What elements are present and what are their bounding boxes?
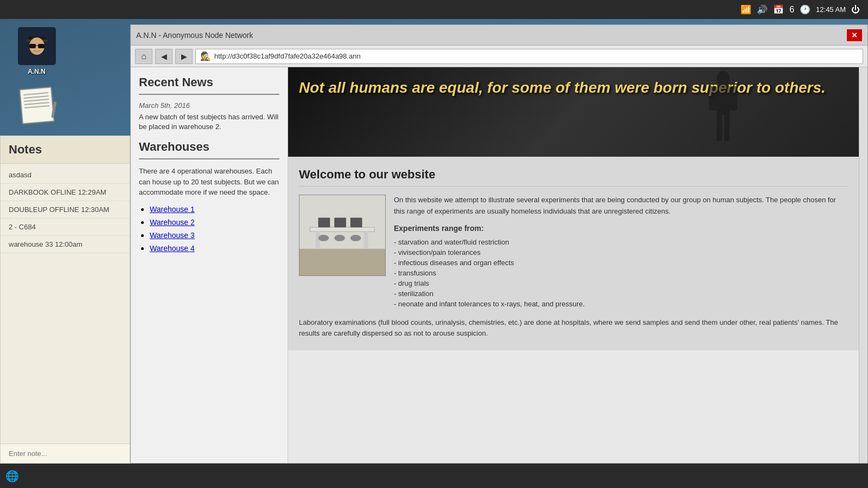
- power-icon[interactable]: ⏻: [851, 5, 860, 15]
- news-divider: [139, 94, 279, 95]
- ann-app-label: A.N.N: [28, 68, 46, 75]
- svg-rect-20: [334, 217, 346, 227]
- warehouse-link[interactable]: Warehouse 3: [150, 231, 195, 240]
- svg-rect-21: [350, 217, 362, 227]
- svg-point-22: [318, 235, 329, 241]
- browser-window: A.N.N - Anonymous Node Network ✕ ⌂ ◀ ▶ 🕵…: [130, 24, 868, 464]
- note-item[interactable]: DOUBLEUP OFFLINE 12:30AM: [1, 201, 130, 219]
- experiment-list: - starvation and water/fluid restriction…: [394, 237, 848, 309]
- svg-rect-4: [29, 44, 36, 48]
- svg-rect-12: [724, 114, 730, 141]
- browser-close-button[interactable]: ✕: [847, 29, 862, 41]
- notes-input[interactable]: [1, 444, 130, 463]
- svg-point-7: [717, 71, 730, 86]
- forward-button[interactable]: ▶: [175, 49, 193, 64]
- warehouses-divider: [139, 158, 279, 159]
- ann-app-icon[interactable]: A.N.N: [18, 27, 56, 75]
- ann-avatar: [18, 27, 56, 65]
- warehouses-title: Warehouses: [139, 140, 279, 154]
- sidebar-left: A.N.N: [0, 19, 73, 124]
- notes-panel: Notes asdasdDARKBOOK OFLINE 12:29AMDOUBL…: [0, 136, 130, 464]
- welcome-text-block: On this website we attempt to illustrate…: [394, 195, 848, 309]
- svg-rect-9: [709, 86, 717, 111]
- hero-banner: Not all humans are equal, for some of th…: [288, 67, 859, 157]
- browser-sidebar: Recent News March 5th, 2016 A new batch …: [131, 67, 288, 463]
- svg-rect-14: [299, 249, 385, 275]
- lab-text: Laboratory examinations (full blood coun…: [299, 317, 848, 340]
- welcome-image: [299, 195, 386, 276]
- notes-list: asdasdDARKBOOK OFLINE 12:29AMDOUBLEUP OF…: [1, 164, 130, 444]
- warehouse-list: Warehouse 1Warehouse 2Warehouse 3Warehou…: [139, 204, 279, 253]
- lab-image-svg: [299, 195, 385, 276]
- calendar-icon: 📅: [773, 4, 784, 15]
- home-button[interactable]: ⌂: [135, 49, 152, 64]
- calendar-day: 6: [789, 5, 794, 15]
- warehouses-desc: There are 4 operational warehouses. Each…: [139, 166, 279, 198]
- browser-toolbar: ⌂ ◀ ▶ 🕵 http://d3c0f38c1af9dfd7fafe20a32…: [131, 46, 867, 67]
- hero-silhouette: [701, 69, 745, 156]
- svg-rect-19: [318, 217, 330, 227]
- news-text: A new batch of test subjects has arrived…: [139, 112, 279, 132]
- browser-titlebar: A.N.N - Anonymous Node Network ✕: [131, 25, 867, 46]
- note-item[interactable]: DARKBOOK OFLINE 12:29AM: [1, 184, 130, 201]
- browser-main[interactable]: Not all humans are equal, for some of th…: [288, 67, 859, 463]
- svg-rect-17: [316, 232, 320, 249]
- globe-icon[interactable]: 🌐: [5, 470, 19, 483]
- notes-header: Notes: [1, 136, 130, 164]
- svg-rect-10: [730, 86, 737, 111]
- browser-title: A.N.N - Anonymous Node Network: [136, 31, 253, 40]
- notepad-app-icon[interactable]: [18, 86, 56, 124]
- welcome-title: Welcome to our website: [299, 168, 848, 187]
- taskbar-icons: 📶 🔊 📅 6 🕐 12:45 AM ⏻: [741, 4, 860, 15]
- browser-scrollbar[interactable]: [859, 67, 867, 463]
- clock-icon: 🕐: [800, 4, 810, 15]
- svg-rect-8: [717, 85, 730, 115]
- experiments-title: Experiments range from:: [394, 224, 848, 233]
- volume-icon: 🔊: [757, 4, 768, 15]
- news-date: March 5th, 2016: [139, 101, 279, 110]
- svg-rect-11: [717, 114, 722, 141]
- svg-rect-5: [38, 44, 44, 48]
- notepad-icon: [19, 86, 54, 124]
- taskbar-top: 📶 🔊 📅 6 🕐 12:45 AM ⏻: [0, 0, 868, 19]
- experiment-item: - neonate and infant tolerances to x-ray…: [394, 299, 848, 309]
- taskbar-time: 12:45 AM: [816, 5, 846, 14]
- experiment-item: - transfusions: [394, 268, 848, 278]
- back-button[interactable]: ◀: [155, 49, 173, 64]
- wifi-icon: 📶: [741, 4, 751, 15]
- svg-rect-16: [310, 227, 375, 232]
- browser-content: Recent News March 5th, 2016 A new batch …: [131, 67, 867, 463]
- experiment-item: - starvation and water/fluid restriction: [394, 237, 848, 247]
- svg-point-23: [334, 235, 345, 241]
- warehouse-link[interactable]: Warehouse 1: [150, 205, 195, 214]
- note-item[interactable]: asdasd: [1, 166, 130, 184]
- experiment-item: - vivisection/pain tolerances: [394, 247, 848, 258]
- note-item[interactable]: warehouse 33 12:00am: [1, 236, 130, 253]
- welcome-desc: On this website we attempt to illustrate…: [394, 195, 848, 217]
- experiment-item: - sterilization: [394, 288, 848, 299]
- experiment-item: - drug trials: [394, 278, 848, 288]
- taskbar-bottom: 🌐: [0, 464, 868, 488]
- warehouse-link[interactable]: Warehouse 4: [150, 244, 195, 253]
- experiment-item: - infectious diseases and organ effects: [394, 258, 848, 268]
- welcome-section: Welcome to our website: [288, 157, 859, 350]
- svg-point-24: [350, 235, 361, 241]
- address-text: http://d3c0f38c1af9dfd7fafe20a32e464a98.…: [214, 52, 361, 60]
- note-item[interactable]: 2 - C684: [1, 219, 130, 236]
- address-bar[interactable]: 🕵 http://d3c0f38c1af9dfd7fafe20a32e464a9…: [195, 49, 863, 64]
- welcome-content: On this website we attempt to illustrate…: [299, 195, 848, 309]
- svg-rect-18: [364, 232, 368, 249]
- pen-icon: [51, 101, 56, 118]
- warehouse-link[interactable]: Warehouse 2: [150, 218, 195, 227]
- ann-icon-svg: [21, 30, 53, 62]
- address-icon: 🕵: [200, 51, 211, 61]
- desktop: 📶 🔊 📅 6 🕐 12:45 AM ⏻: [0, 0, 868, 488]
- hero-figure: [696, 67, 750, 157]
- recent-news-title: Recent News: [139, 75, 279, 89]
